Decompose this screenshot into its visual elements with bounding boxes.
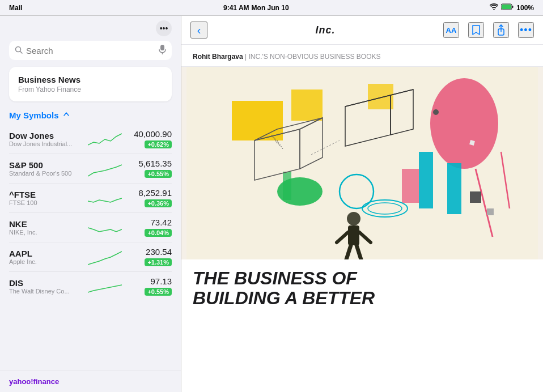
mail-indicator: Mail (9, 4, 22, 12)
stock-chart (88, 131, 122, 148)
battery-percent: 100% (516, 4, 534, 12)
stock-chart (88, 160, 122, 177)
yahoo-finance-footer: yahoo!finance (0, 370, 181, 392)
stock-list: Dow Jones Dow Jones Industrial... 40,000… (9, 125, 172, 301)
stock-full-name: The Walt Disney Co... (9, 288, 83, 295)
stock-chart (88, 190, 122, 207)
svg-rect-9 (232, 101, 283, 140)
yahoo-finance-logo: yahoo!finance (9, 377, 59, 386)
search-bar[interactable] (9, 41, 172, 60)
stock-full-name: Standard & Poor's 500 (9, 170, 83, 177)
stock-price: 230.54 (126, 247, 172, 257)
search-icon (15, 46, 23, 56)
stock-price: 8,252.91 (126, 188, 172, 198)
stocks-panel: ••• Business News From Yahoo Finance My … (0, 16, 181, 392)
svg-rect-5 (160, 45, 164, 50)
stock-info: S&P 500 Standard & Poor's 500 (9, 160, 83, 177)
stock-values: 5,615.35 +0.55% (126, 159, 172, 178)
stock-values: 230.54 +1.31% (126, 247, 172, 267)
headline-text: THE BUSINESS OFBUILDING A BETTER (193, 269, 532, 308)
svg-point-12 (430, 78, 498, 169)
panel-more-button[interactable]: ••• (156, 20, 172, 36)
author-name: Rohit Bhargava (193, 53, 243, 61)
status-bar: Mail 9:41 AM Mon Jun 10 100% (0, 0, 543, 16)
stock-price: 73.42 (126, 218, 172, 227)
svg-rect-2 (512, 6, 514, 8)
search-input[interactable] (26, 46, 155, 56)
article-more-button[interactable]: ••• (518, 22, 534, 38)
sort-icon[interactable] (62, 110, 70, 120)
news-card-title: Business News (18, 75, 163, 84)
news-card-subtitle: From Yahoo Finance (18, 86, 163, 93)
stock-row[interactable]: AAPL Apple Inc. 230.54 +1.31% (9, 242, 172, 272)
my-symbols-label: My Symbols (9, 110, 59, 120)
article-nav: ‹ Inc. AA ••• (181, 16, 543, 45)
stock-row[interactable]: DIS The Walt Disney Co... 97.13 +0.55% (9, 272, 172, 301)
stock-symbol: DIS (9, 278, 83, 288)
stock-change-badge: +0.55% (145, 170, 172, 178)
share-button[interactable] (493, 22, 509, 38)
article-content[interactable]: Rohit Bhargava | INC.'S NON-OBVIOUS BUSI… (181, 45, 543, 392)
stock-symbol: ^FTSE (9, 190, 83, 199)
nav-actions: AA ••• (443, 22, 534, 38)
article-byline: Rohit Bhargava | INC.'S NON-OBVIOUS BUSI… (181, 45, 543, 67)
svg-rect-1 (502, 5, 511, 9)
bookmark-button[interactable] (468, 22, 484, 38)
stock-full-name: Dow Jones Industrial... (9, 140, 83, 147)
article-headline: THE BUSINESS OFBUILDING A BETTER (181, 259, 543, 317)
stock-info: ^FTSE FTSE 100 (9, 190, 83, 206)
panel-header: ••• (0, 16, 181, 39)
stock-full-name: Apple Inc. (9, 258, 83, 265)
stock-row[interactable]: S&P 500 Standard & Poor's 500 5,615.35 +… (9, 154, 172, 184)
stock-chart (88, 278, 122, 295)
svg-point-33 (433, 109, 439, 115)
stock-change-badge: +0.04% (145, 229, 172, 237)
wifi-icon (490, 3, 498, 12)
stock-row[interactable]: Dow Jones Dow Jones Industrial... 40,000… (9, 125, 172, 154)
stock-change-badge: +1.31% (145, 258, 172, 266)
stock-change-badge: +0.36% (145, 199, 172, 207)
business-news-card[interactable]: Business News From Yahoo Finance (9, 67, 172, 101)
stock-values: 40,000.90 +0.62% (126, 129, 172, 149)
stock-info: AAPL Apple Inc. (9, 249, 83, 265)
stock-price: 97.13 (126, 276, 172, 286)
stock-change-badge: +0.55% (145, 288, 172, 296)
svg-rect-21 (283, 172, 291, 200)
stock-chart (88, 249, 122, 266)
article-category: INC.'S NON-OBVIOUS BUSINESS BOOKS (248, 53, 380, 61)
stock-values: 8,252.91 +0.36% (126, 188, 172, 208)
stock-symbol: NKE (9, 219, 83, 229)
stock-symbol: S&P 500 (9, 160, 83, 170)
stock-chart (88, 219, 122, 236)
stock-full-name: NIKE, Inc. (9, 229, 83, 236)
stock-price: 40,000.90 (126, 129, 172, 139)
microphone-icon[interactable] (159, 45, 166, 56)
status-time: 9:41 AM (223, 4, 249, 12)
status-bar-right: 100% (490, 3, 534, 12)
svg-rect-15 (419, 152, 433, 208)
battery-icon (501, 3, 514, 12)
stock-full-name: FTSE 100 (9, 199, 83, 206)
stock-values: 97.13 +0.55% (126, 276, 172, 296)
stock-row[interactable]: ^FTSE FTSE 100 8,252.91 +0.36% (9, 184, 172, 213)
back-button[interactable]: ‹ (190, 22, 207, 39)
svg-rect-11 (368, 84, 393, 109)
stock-symbol: Dow Jones (9, 131, 83, 140)
stock-values: 73.42 +0.04% (126, 218, 172, 237)
font-size-button[interactable]: AA (443, 22, 459, 38)
status-date: Mon Jun 10 (252, 4, 289, 12)
svg-line-4 (20, 51, 23, 53)
svg-rect-32 (487, 208, 494, 215)
stock-row[interactable]: NKE NIKE, Inc. 73.42 +0.04% (9, 213, 172, 242)
main-container: ••• Business News From Yahoo Finance My … (0, 16, 543, 392)
more-dots-icon: ••• (160, 24, 168, 33)
svg-point-34 (347, 212, 360, 225)
stock-price: 5,615.35 (126, 159, 172, 168)
stock-symbol: AAPL (9, 249, 83, 258)
status-bar-center: 9:41 AM Mon Jun 10 (223, 4, 289, 12)
publication-title: Inc. (315, 24, 335, 36)
article-hero-image (181, 67, 543, 259)
my-symbols-section: My Symbols Dow Jones Dow Jones Industria… (0, 110, 181, 301)
stock-info: NKE NIKE, Inc. (9, 219, 83, 236)
stock-change-badge: +0.62% (145, 140, 172, 148)
